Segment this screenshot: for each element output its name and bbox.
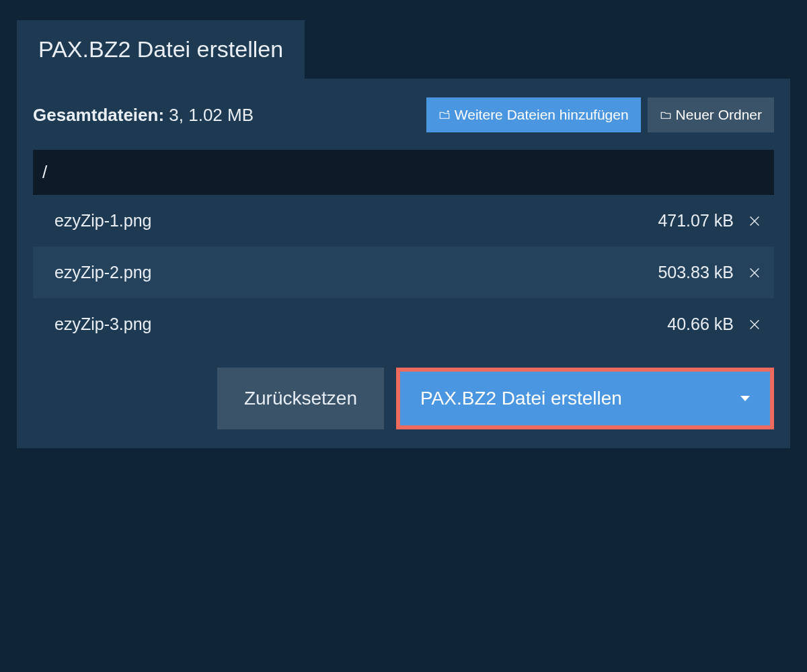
file-size: 471.07 kB: [658, 211, 734, 230]
reset-label: Zurücksetzen: [244, 388, 357, 409]
total-files: Gesamtdateien: 3, 1.02 MB: [33, 105, 254, 126]
file-row: ezyZip-1.png 471.07 kB: [33, 195, 774, 247]
file-right: 471.07 kB: [658, 211, 762, 230]
file-list: ezyZip-1.png 471.07 kB ezyZip-2.png 503.…: [33, 195, 774, 350]
add-files-label: Weitere Dateien hinzufügen: [455, 107, 629, 123]
remove-file-icon[interactable]: [747, 265, 762, 280]
file-size: 503.83 kB: [658, 263, 734, 282]
total-files-label: Gesamtdateien:: [33, 105, 164, 125]
total-files-value: 3, 1.02 MB: [169, 105, 254, 125]
tab-title: PAX.BZ2 Datei erstellen: [38, 36, 283, 62]
main-panel: Gesamtdateien: 3, 1.02 MB Weitere Dateie…: [17, 79, 790, 448]
file-right: 503.83 kB: [658, 263, 762, 282]
reset-button[interactable]: Zurücksetzen: [217, 368, 384, 429]
new-folder-label: Neuer Ordner: [676, 107, 762, 123]
page-tab: PAX.BZ2 Datei erstellen: [17, 20, 305, 79]
footer-actions: Zurücksetzen PAX.BZ2 Datei erstellen: [33, 368, 774, 429]
folder-add-icon: [438, 109, 451, 121]
chevron-down-icon: [740, 396, 750, 401]
create-button-highlight: PAX.BZ2 Datei erstellen: [396, 368, 774, 429]
header-actions: Weitere Dateien hinzufügen Neuer Ordner: [426, 97, 774, 132]
file-row: ezyZip-3.png 40.66 kB: [33, 298, 774, 350]
file-row: ezyZip-2.png 503.83 kB: [33, 247, 774, 298]
folder-icon: [660, 109, 672, 121]
file-name: ezyZip-2.png: [54, 263, 152, 282]
remove-file-icon[interactable]: [747, 214, 762, 228]
file-name: ezyZip-1.png: [54, 211, 152, 230]
new-folder-button[interactable]: Neuer Ordner: [648, 97, 774, 132]
remove-file-icon[interactable]: [747, 317, 762, 332]
create-file-button[interactable]: PAX.BZ2 Datei erstellen: [400, 372, 770, 425]
file-right: 40.66 kB: [667, 314, 762, 334]
path-text: /: [42, 162, 47, 182]
file-name: ezyZip-3.png: [54, 314, 152, 334]
add-files-button[interactable]: Weitere Dateien hinzufügen: [426, 97, 641, 132]
path-bar[interactable]: /: [33, 150, 774, 195]
header-row: Gesamtdateien: 3, 1.02 MB Weitere Dateie…: [33, 97, 774, 132]
file-size: 40.66 kB: [667, 314, 734, 334]
create-label: PAX.BZ2 Datei erstellen: [420, 388, 622, 409]
